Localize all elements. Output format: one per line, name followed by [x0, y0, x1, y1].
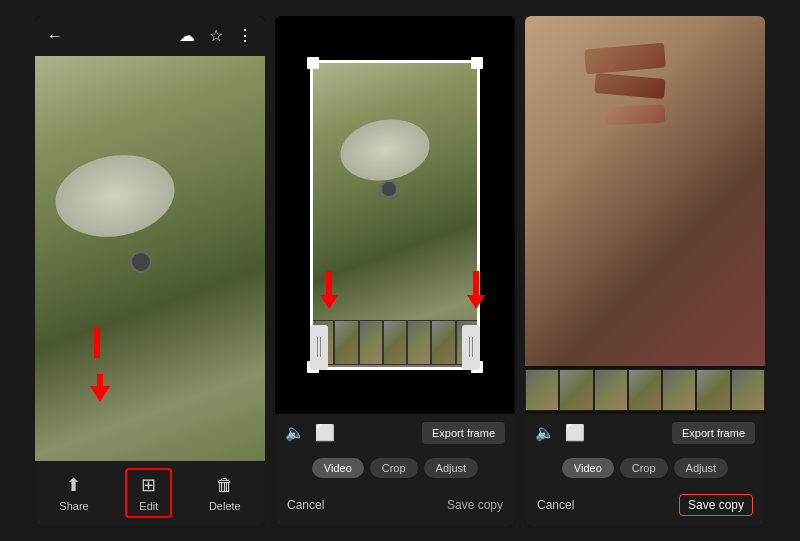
- tabs-bar-3: Video Crop Adjust: [525, 452, 765, 484]
- film-frame-3: [525, 369, 559, 411]
- back-icon[interactable]: ←: [47, 27, 63, 45]
- edit-button[interactable]: ⊞ Edit: [125, 468, 172, 518]
- red-arrow-3: [467, 271, 485, 309]
- volume-icon-3[interactable]: 🔈: [535, 423, 555, 442]
- top-bar-icons: ☁ ☆ ⋮: [179, 26, 253, 45]
- crop-border-left: [310, 60, 313, 370]
- slider-handle-right[interactable]: [462, 325, 480, 370]
- film-frame: [407, 320, 431, 365]
- save-copy-button-3[interactable]: Save copy: [679, 494, 753, 516]
- export-frame-button[interactable]: Export frame: [422, 422, 505, 444]
- crop-border-bottom: [310, 367, 480, 370]
- phone-screen-3: 🔈 ⬜ Export frame Video Crop Adjust Cance…: [525, 16, 765, 526]
- film-frame-3: [662, 369, 696, 411]
- film-frame-3: [594, 369, 628, 411]
- controls-bar-3: 🔈 ⬜ Export frame: [525, 414, 765, 452]
- arrow-head-1: [90, 386, 110, 402]
- share-icon: ⬆: [66, 474, 81, 496]
- photo-area: [35, 56, 265, 461]
- tab-crop-3[interactable]: Crop: [620, 458, 668, 478]
- log-3: [605, 104, 666, 125]
- filmstrip-area-2: [310, 315, 480, 370]
- tab-adjust-2[interactable]: Adjust: [424, 458, 479, 478]
- film-frame-3: [559, 369, 593, 411]
- tab-crop-2[interactable]: Crop: [370, 458, 418, 478]
- film-frame: [431, 320, 455, 365]
- video-frame-2: [310, 60, 480, 370]
- subtitle-icon-3[interactable]: ⬜: [565, 423, 585, 442]
- volume-icon[interactable]: 🔈: [285, 423, 305, 442]
- video-content-3: [525, 16, 765, 414]
- log-1: [584, 42, 666, 74]
- tab-adjust-3[interactable]: Adjust: [674, 458, 729, 478]
- phone-screen-2: 🔈 ⬜ Export frame Video Crop Adjust Cance…: [275, 16, 515, 526]
- save-copy-button-2[interactable]: Save copy: [447, 498, 503, 512]
- phone-screen-1: ← ☁ ☆ ⋮ ⬆ Share ⊞ Edit 🗑 Delet: [35, 16, 265, 526]
- delete-button[interactable]: 🗑 Delete: [197, 471, 253, 516]
- edit-icon: ⊞: [141, 474, 156, 496]
- menu-icon[interactable]: ⋮: [237, 26, 253, 45]
- film-frame: [334, 320, 358, 365]
- film-frame-3: [731, 369, 765, 411]
- handle-grip-right: [469, 337, 473, 357]
- film-frame-3: [696, 369, 730, 411]
- corner-handle-tl[interactable]: [307, 57, 319, 69]
- top-bar-1: ← ☁ ☆ ⋮: [35, 16, 265, 56]
- action-bar-2: Cancel Save copy: [275, 484, 515, 526]
- cloud-icon[interactable]: ☁: [179, 26, 195, 45]
- bottom-bar-1: ⬆ Share ⊞ Edit 🗑 Delete: [35, 461, 265, 526]
- slider-handle-left[interactable]: [310, 325, 328, 370]
- corner-handle-tr[interactable]: [471, 57, 483, 69]
- red-arrow-1: [90, 356, 110, 402]
- delete-icon: 🗑: [216, 475, 234, 496]
- filmstrip-3: [525, 369, 765, 411]
- cancel-button-2[interactable]: Cancel: [287, 498, 324, 512]
- tab-video-2[interactable]: Video: [312, 458, 364, 478]
- film-frame: [359, 320, 383, 365]
- rock-video: [335, 112, 434, 187]
- delete-label: Delete: [209, 500, 241, 512]
- star-icon[interactable]: ☆: [209, 26, 223, 45]
- subtitle-icon[interactable]: ⬜: [315, 423, 335, 442]
- filmstrip-2: [310, 320, 480, 365]
- action-bar-3: Cancel Save copy: [525, 484, 765, 526]
- marker-video: [380, 180, 398, 198]
- crop-border-top: [310, 60, 480, 63]
- tabs-bar-2: Video Crop Adjust: [275, 452, 515, 484]
- handle-grip-left: [317, 337, 321, 357]
- export-frame-button-3[interactable]: Export frame: [672, 422, 755, 444]
- video-content-2: [310, 60, 480, 370]
- video-area-3: [525, 16, 765, 414]
- log-2: [594, 72, 665, 98]
- video-area-2: [275, 16, 515, 414]
- filmstrip-container-3: [525, 366, 765, 414]
- cancel-button-3[interactable]: Cancel: [537, 498, 574, 512]
- crop-border-right: [477, 60, 480, 370]
- share-button[interactable]: ⬆ Share: [47, 470, 100, 516]
- film-frame: [383, 320, 407, 365]
- film-frame-3: [628, 369, 662, 411]
- controls-bar-2: 🔈 ⬜ Export frame: [275, 414, 515, 452]
- share-label: Share: [59, 500, 88, 512]
- edit-label: Edit: [139, 500, 158, 512]
- red-arrow-2: [320, 271, 338, 309]
- tab-video-3[interactable]: Video: [562, 458, 614, 478]
- circle-marker: [130, 251, 152, 273]
